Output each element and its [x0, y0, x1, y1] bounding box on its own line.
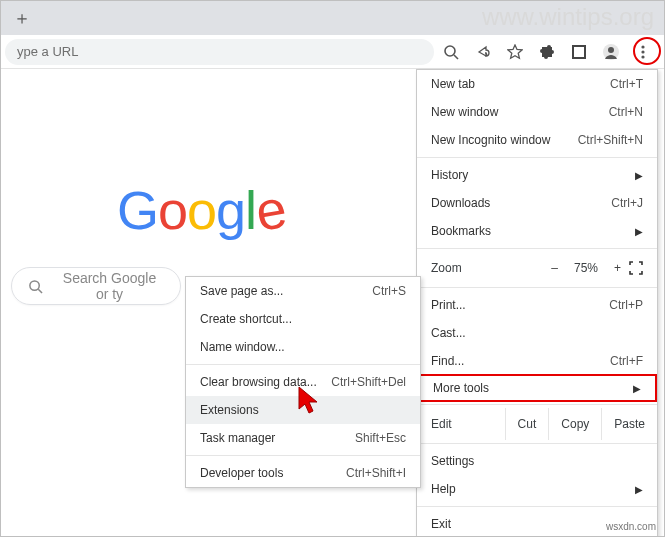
- submenu-create-shortcut[interactable]: Create shortcut...: [186, 305, 420, 333]
- submenu-clear-data[interactable]: Clear browsing data...Ctrl+Shift+Del: [186, 368, 420, 396]
- menu-separator: [417, 248, 657, 249]
- menu-zoom: Zoom – 75% +: [417, 252, 657, 284]
- page-content: Google Search Google or ty: [1, 69, 401, 305]
- menu-separator: [417, 157, 657, 158]
- toolbar-icons: [442, 43, 652, 61]
- search-placeholder: Search Google or ty: [55, 270, 164, 302]
- tab-strip: ＋: [1, 1, 664, 35]
- edit-copy[interactable]: Copy: [548, 408, 601, 440]
- menu-separator: [417, 443, 657, 444]
- extensions-icon[interactable]: [538, 43, 556, 61]
- zoom-in-button[interactable]: +: [606, 261, 629, 275]
- menu-edit-row: Edit Cut Copy Paste: [417, 408, 657, 440]
- svg-line-8: [38, 289, 42, 293]
- google-logo: Google: [1, 179, 401, 241]
- menu-help[interactable]: Help▶: [417, 475, 657, 503]
- menu-separator: [186, 455, 420, 456]
- toolbar: ype a URL: [1, 35, 664, 69]
- menu-bookmarks[interactable]: Bookmarks▶: [417, 217, 657, 245]
- svg-point-4: [641, 45, 644, 48]
- menu-separator: [417, 404, 657, 405]
- share-icon[interactable]: [474, 43, 492, 61]
- svg-point-3: [608, 47, 614, 53]
- new-tab-button[interactable]: ＋: [7, 4, 37, 32]
- menu-separator: [186, 364, 420, 365]
- zoom-out-button[interactable]: –: [543, 261, 566, 275]
- menu-find[interactable]: Find...Ctrl+F: [417, 347, 657, 375]
- menu-cast[interactable]: Cast...: [417, 319, 657, 347]
- edit-paste[interactable]: Paste: [601, 408, 657, 440]
- omnibox[interactable]: ype a URL: [5, 39, 434, 65]
- svg-point-6: [641, 55, 644, 58]
- edit-cut[interactable]: Cut: [505, 408, 549, 440]
- search-icon[interactable]: [442, 43, 460, 61]
- svg-point-0: [445, 46, 455, 56]
- menu-more-tools[interactable]: More tools▶: [417, 374, 657, 402]
- search-icon: [28, 279, 43, 294]
- svg-point-5: [641, 50, 644, 53]
- fullscreen-icon[interactable]: [629, 261, 643, 275]
- menu-separator: [417, 287, 657, 288]
- menu-new-tab[interactable]: New tabCtrl+T: [417, 70, 657, 98]
- google-search-input[interactable]: Search Google or ty: [11, 267, 181, 305]
- submenu-extensions[interactable]: Extensions: [186, 396, 420, 424]
- menu-settings[interactable]: Settings: [417, 447, 657, 475]
- chrome-main-menu: New tabCtrl+T New windowCtrl+N New Incog…: [416, 69, 658, 537]
- zoom-level: 75%: [566, 261, 606, 275]
- footer-mark: wsxdn.com: [606, 521, 656, 532]
- profile-icon[interactable]: [602, 43, 620, 61]
- more-tools-submenu: Save page as...Ctrl+S Create shortcut...…: [185, 276, 421, 488]
- menu-separator: [417, 506, 657, 507]
- svg-point-7: [30, 280, 39, 289]
- submenu-save-page[interactable]: Save page as...Ctrl+S: [186, 277, 420, 305]
- kebab-menu-icon[interactable]: [634, 43, 652, 61]
- submenu-name-window[interactable]: Name window...: [186, 333, 420, 361]
- menu-print[interactable]: Print...Ctrl+P: [417, 291, 657, 319]
- menu-new-window[interactable]: New windowCtrl+N: [417, 98, 657, 126]
- menu-incognito[interactable]: New Incognito windowCtrl+Shift+N: [417, 126, 657, 154]
- svg-line-1: [454, 55, 458, 59]
- menu-history[interactable]: History▶: [417, 161, 657, 189]
- submenu-dev-tools[interactable]: Developer toolsCtrl+Shift+I: [186, 459, 420, 487]
- menu-downloads[interactable]: DownloadsCtrl+J: [417, 189, 657, 217]
- submenu-task-manager[interactable]: Task managerShift+Esc: [186, 424, 420, 452]
- reading-list-icon[interactable]: [570, 43, 588, 61]
- bookmark-star-icon[interactable]: [506, 43, 524, 61]
